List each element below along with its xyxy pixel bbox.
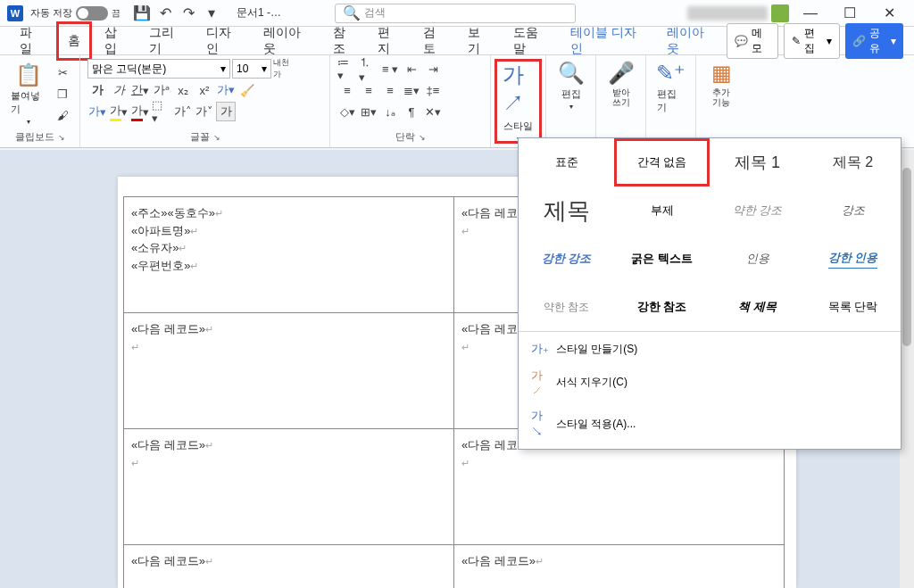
paste-button[interactable]: 📋 붙여넣기 ▾: [7, 59, 49, 128]
show-marks-button[interactable]: ¶: [402, 102, 421, 121]
vertical-scrollbar[interactable]: [900, 150, 914, 588]
group-clipboard: 📋 붙여넣기 ▾ ✂ ❐ 🖌 클립보드 ↘: [0, 55, 80, 147]
text-highlight-button[interactable]: 가 ▾: [109, 102, 129, 121]
style-intense-reference[interactable]: 강한 참조: [614, 283, 710, 331]
numbering-button[interactable]: ⒈ ▾: [359, 59, 378, 79]
tab-draw[interactable]: 그리기: [140, 21, 194, 61]
tab-table-design[interactable]: 테이블 디자인: [561, 21, 654, 61]
group-paragraph: ≔ ▾ ⒈ ▾ ≡ ▾ ⇤ ⇥ ≡ ≡ ≡ ≣▾ ‡≡ ◇▾ ⊞▾ ↓ₐ ¶ ✕…: [330, 55, 491, 147]
account-name[interactable]: [687, 6, 768, 21]
sort-button[interactable]: ↓ₐ: [380, 102, 400, 121]
tab-home[interactable]: 홈: [56, 21, 92, 61]
style-quote[interactable]: 인용: [710, 235, 805, 283]
font-dialog-launcher[interactable]: ↘: [213, 133, 220, 142]
italic-button[interactable]: 가: [109, 80, 129, 100]
char-shading-button[interactable]: ⬚ ▾: [152, 102, 171, 121]
subscript-button[interactable]: x₂: [173, 80, 193, 100]
grow-font-button[interactable]: 가˄: [173, 102, 193, 121]
clipboard-dialog-launcher[interactable]: ↘: [58, 133, 65, 142]
shrink-font-button[interactable]: 가˅: [195, 102, 214, 121]
font-name-combo[interactable]: 맑은 고딕(본문)▾: [87, 59, 230, 79]
style-heading2[interactable]: 제목 2: [805, 138, 901, 186]
multilevel-button[interactable]: ≡ ▾: [380, 59, 400, 79]
style-intense-quote[interactable]: 강한 인용: [805, 235, 901, 283]
styles-button[interactable]: 가↗ 스타일 ▾: [499, 63, 537, 139]
group-font: 맑은 고딕(본문)▾ 10▾ 내천 가 가 가 간 ▾ 가ᵃ x₂ x² 가▾ …: [80, 55, 330, 147]
decrease-indent-button[interactable]: ⇤: [402, 59, 421, 79]
align-center-button[interactable]: ≡: [359, 80, 378, 100]
editor-button[interactable]: ✎⁺ 편집기: [653, 59, 688, 116]
style-strong-emphasis[interactable]: 강한 강조: [519, 235, 614, 283]
tab-review[interactable]: 검토: [414, 21, 456, 61]
menu-apply-styles[interactable]: 가↘ 스타일 적용(A)...: [519, 402, 901, 445]
table-cell[interactable]: «주소»«동호수»↵ «아파트명»↵ «소유자»↵ «우편번호»↵: [124, 197, 454, 313]
search-input[interactable]: 🔍 검색: [335, 4, 576, 23]
style-subtle-reference[interactable]: 약한 참조: [519, 283, 614, 331]
share-button[interactable]: 🔗 공유 ▾: [845, 23, 903, 59]
cut-button[interactable]: ✂: [53, 62, 72, 82]
menu-clear-formatting[interactable]: 가⟋ 서식 지우기(C): [519, 362, 901, 402]
align-left-button[interactable]: ≡: [337, 80, 357, 100]
paragraph-dialog-launcher[interactable]: ↘: [419, 133, 426, 142]
style-emphasis[interactable]: 강조: [805, 186, 901, 235]
style-book-title[interactable]: 책 제목: [710, 283, 805, 331]
style-list-paragraph[interactable]: 목록 단락: [805, 283, 901, 331]
addins-button[interactable]: ▦ 추가 기능: [703, 59, 739, 109]
style-normal[interactable]: 표준: [519, 138, 614, 186]
strikethrough-button[interactable]: 가ᵃ: [152, 80, 171, 100]
menu-create-style[interactable]: 가₊ 스타일 만들기(S): [519, 335, 901, 362]
paragraph-mark: ↵: [131, 454, 446, 472]
tab-design[interactable]: 디자인: [197, 21, 251, 61]
tab-insert[interactable]: 삽입: [96, 21, 137, 61]
font-size-combo[interactable]: 10▾: [232, 59, 271, 79]
tab-help[interactable]: 도움말: [504, 21, 558, 61]
edit-mode-button[interactable]: ✎ 편집 ▾: [784, 23, 840, 59]
maximize-button[interactable]: ☐: [832, 1, 868, 26]
tab-view[interactable]: 보기: [459, 21, 501, 61]
borders-button[interactable]: ⊞▾: [359, 102, 378, 121]
ribbon: 📋 붙여넣기 ▾ ✂ ❐ 🖌 클립보드 ↘ 맑은 고딕(본문)▾ 10▾ 내천 …: [0, 55, 914, 148]
tab-table-layout[interactable]: 레이아웃: [658, 21, 723, 61]
increase-indent-button[interactable]: ⇥: [423, 59, 443, 79]
shading-button[interactable]: ◇▾: [337, 102, 357, 121]
text-effects-button[interactable]: 가▾: [216, 80, 236, 100]
tab-layout[interactable]: 레이아웃: [254, 21, 320, 61]
memo-button[interactable]: 💬 메모: [727, 23, 778, 59]
style-heading1[interactable]: 제목 1: [710, 138, 805, 186]
format-painter-button[interactable]: 🖌: [53, 105, 72, 125]
underline-button[interactable]: 간 ▾: [130, 80, 150, 100]
char-jamo-button[interactable]: ✕▾: [423, 102, 443, 121]
minimize-button[interactable]: —: [793, 1, 828, 26]
search-placeholder: 검색: [364, 5, 386, 21]
autosave-toggle[interactable]: 자동 저장 끔: [30, 6, 120, 21]
style-title[interactable]: 제목: [519, 186, 614, 235]
style-subtle-emphasis[interactable]: 약한 강조: [710, 186, 805, 235]
style-no-spacing[interactable]: 간격 없음: [614, 138, 710, 186]
dictate-button[interactable]: 🎤 받아 쓰기: [603, 59, 638, 109]
copy-button[interactable]: ❐: [53, 84, 72, 104]
table-cell[interactable]: «다음 레코드»↵: [454, 545, 785, 589]
bold-button[interactable]: 가: [87, 80, 107, 100]
scrollbar-thumb[interactable]: [902, 168, 911, 346]
table-cell[interactable]: «다음 레코드»↵ ↵: [124, 429, 454, 545]
line-spacing-button[interactable]: ‡≡: [423, 80, 443, 100]
toggle-icon[interactable]: [76, 6, 108, 21]
bullets-button[interactable]: ≔ ▾: [337, 59, 357, 79]
avatar[interactable]: [771, 4, 789, 22]
highlight-color-button[interactable]: 가 ▾: [87, 102, 107, 121]
superscript-button[interactable]: x²: [195, 80, 214, 100]
tab-file[interactable]: 파일: [11, 21, 53, 61]
style-bold-text[interactable]: 굵은 텍스트: [614, 235, 710, 283]
phonetic-guide-button[interactable]: 내천 가: [273, 59, 293, 79]
align-right-button[interactable]: ≡: [380, 80, 400, 100]
clear-formatting-button[interactable]: 🧹: [237, 80, 257, 100]
justify-button[interactable]: ≣▾: [402, 80, 421, 100]
font-color-button[interactable]: 가 ▾: [130, 102, 150, 121]
style-subtitle[interactable]: 부제: [614, 186, 710, 235]
create-style-icon: 가₊: [531, 341, 549, 357]
table-cell[interactable]: «다음 레코드»↵ ↵: [124, 313, 454, 429]
editing-button[interactable]: 🔍 편집 ▾: [553, 59, 588, 112]
close-button[interactable]: ✕: [871, 1, 907, 26]
char-border-button[interactable]: 가: [216, 102, 236, 121]
table-cell[interactable]: «다음 레코드»↵: [124, 545, 454, 589]
